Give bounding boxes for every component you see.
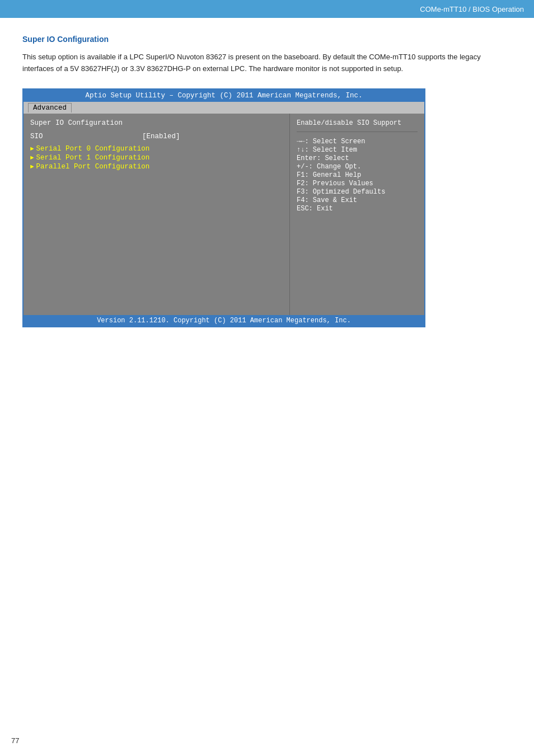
bios-key-line-8: ESC: Exit	[297, 205, 418, 213]
bios-divider	[297, 132, 418, 132]
submenu-arrow-0: ►	[30, 145, 34, 152]
bios-body: Super IO Configuration SIO [Enabled] ► S…	[24, 114, 424, 315]
bios-sio-label: SIO	[30, 133, 142, 140]
section-description: This setup option is available if a LPC …	[22, 51, 512, 75]
bios-tab-advanced[interactable]: Advanced	[28, 103, 72, 112]
bios-key-line-7: F4: Save & Exit	[297, 196, 418, 204]
bios-footer: Version 2.11.1210. Copyright (C) 2011 Am…	[24, 315, 424, 326]
bios-sio-value[interactable]: [Enabled]	[142, 133, 180, 140]
bios-left-panel: Super IO Configuration SIO [Enabled] ► S…	[24, 114, 290, 315]
top-bar: COMe-mTT10 / BIOS Operation	[0, 0, 534, 18]
bios-help-text: Enable/disable SIO Support	[297, 119, 418, 127]
bios-key-line-6: F3: Optimized Defaults	[297, 188, 418, 196]
top-bar-title: COMe-mTT10 / BIOS Operation	[420, 5, 524, 13]
bios-key-line-5: F2: Previous Values	[297, 180, 418, 187]
page-content: Super IO Configuration This setup option…	[0, 18, 534, 350]
submenu-label-2: Parallel Port Configuration	[36, 163, 150, 171]
bios-key-line-1: ↑↓: Select Item	[297, 146, 418, 154]
bios-key-line-2: Enter: Select	[297, 154, 418, 162]
bios-section-label: Super IO Configuration	[30, 119, 283, 127]
submenu-arrow-1: ►	[30, 154, 34, 161]
submenu-arrow-2: ►	[30, 163, 34, 170]
bios-screen: Aptio Setup Utility – Copyright (C) 2011…	[22, 88, 425, 327]
bios-submenu-item-1[interactable]: ► Serial Port 1 Configuration	[30, 154, 283, 162]
bios-submenu-list: ► Serial Port 0 Configuration ► Serial P…	[30, 145, 283, 171]
bios-submenu-item-2[interactable]: ► Parallel Port Configuration	[30, 163, 283, 171]
bios-tab-row: Advanced	[24, 102, 424, 114]
bios-key-line-3: +/-: Change Opt.	[297, 163, 418, 171]
section-title: Super IO Configuration	[22, 35, 512, 44]
submenu-label-1: Serial Port 1 Configuration	[36, 154, 150, 162]
bios-sio-row: SIO [Enabled]	[30, 133, 283, 140]
bios-header: Aptio Setup Utility – Copyright (C) 2011…	[24, 90, 424, 102]
bios-key-hints: →←: Select Screen ↑↓: Select Item Enter:…	[297, 138, 418, 213]
bios-key-line-4: F1: General Help	[297, 171, 418, 179]
bios-submenu-item-0[interactable]: ► Serial Port 0 Configuration	[30, 145, 283, 153]
bios-key-line-0: →←: Select Screen	[297, 138, 418, 145]
submenu-label-0: Serial Port 0 Configuration	[36, 145, 150, 153]
bios-right-panel: Enable/disable SIO Support →←: Select Sc…	[290, 114, 424, 315]
page-number: 77	[11, 736, 19, 745]
